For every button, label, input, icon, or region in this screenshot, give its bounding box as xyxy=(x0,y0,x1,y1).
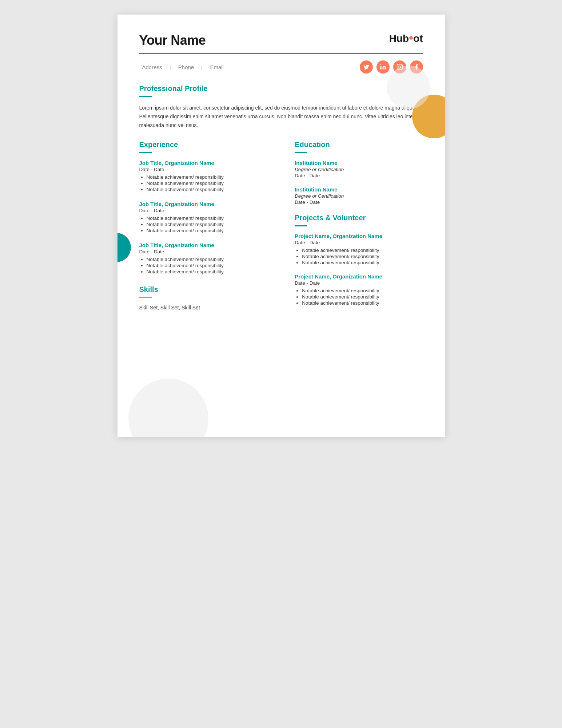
two-column-layout: Experience Job Title, Organization Name … xyxy=(139,141,423,314)
skills-underline xyxy=(139,297,152,298)
logo-dot xyxy=(409,36,413,40)
bullet: Notable achievement/ responsibility xyxy=(302,248,423,253)
left-column: Experience Job Title, Organization Name … xyxy=(139,141,280,314)
right-column: Education Institution Name Degree or Cer… xyxy=(295,141,423,314)
experience-section-title: Experience xyxy=(139,141,280,149)
contact-info: Address | Phone | Email xyxy=(139,64,227,70)
profile-underline xyxy=(139,96,152,97)
bullet: Notable achievement/ responsibility xyxy=(147,263,280,268)
phone-text: Phone xyxy=(178,64,194,70)
edu-institution-1: Institution Name xyxy=(295,160,423,166)
bullet: Notable achievement/ responsibility xyxy=(147,174,280,180)
edu-degree-2: Degree or Certification xyxy=(295,193,423,199)
job-title-1: Job Title, Organization Name xyxy=(139,160,280,166)
education-section-title: Education xyxy=(295,141,423,149)
job-bullets-3: Notable achievement/ responsibility Nota… xyxy=(139,257,280,274)
svg-point-0 xyxy=(380,64,381,66)
email-text: Email xyxy=(210,64,224,70)
job-date-3: Date - Date xyxy=(139,249,280,254)
hubspot-logo: Hubot xyxy=(389,33,423,44)
job-entry-2: Job Title, Organization Name Date - Date… xyxy=(139,201,280,233)
education-underline xyxy=(295,152,307,153)
deco-circle-gray-right xyxy=(387,66,430,109)
svg-point-3 xyxy=(401,65,402,66)
projects-section: Projects & Volunteer Project Name, Organ… xyxy=(295,214,423,306)
bullet: Notable achievement/ responsibility xyxy=(147,215,280,221)
deco-circle-teal xyxy=(117,233,131,262)
skills-section-title: Skills xyxy=(139,285,280,294)
name-title: Your Name xyxy=(139,33,206,48)
project-title-2: Project Name, Organization Name xyxy=(295,273,423,280)
logo-hub: Hub xyxy=(389,33,409,44)
projects-section-title: Projects & Volunteer xyxy=(295,214,423,222)
job-entry-3: Job Title, Organization Name Date - Date… xyxy=(139,242,280,274)
logo-spot: ot xyxy=(413,33,423,44)
deco-circle-gray-bottom xyxy=(128,379,208,437)
edu-degree-1: Degree or Certification xyxy=(295,167,423,172)
job-title-3: Job Title, Organization Name xyxy=(139,242,280,248)
project-bullets-1: Notable achievement/ responsibility Nota… xyxy=(295,248,423,265)
pipe-1: | xyxy=(170,64,171,70)
bullet: Notable achievement/ responsibility xyxy=(147,181,280,186)
skills-section: Skills Skill Set, Skill Set, Skill Set xyxy=(139,285,280,310)
job-date-1: Date - Date xyxy=(139,167,280,172)
twitter-icon[interactable] xyxy=(360,60,373,74)
project-date-2: Date - Date xyxy=(295,280,423,286)
project-entry-1: Project Name, Organization Name Date - D… xyxy=(295,233,423,265)
edu-date-2: Date - Date xyxy=(295,199,423,205)
education-section: Education Institution Name Degree or Cer… xyxy=(295,141,423,205)
skills-text: Skill Set, Skill Set, Skill Set xyxy=(139,305,280,310)
bullet: Notable achievement/ responsibility xyxy=(302,294,423,300)
edu-entry-2: Institution Name Degree or Certification… xyxy=(295,186,423,205)
job-bullets-2: Notable achievement/ responsibility Nota… xyxy=(139,215,280,233)
bullet: Notable achievement/ responsibility xyxy=(302,300,423,306)
contact-row: Address | Phone | Email xyxy=(139,60,423,74)
profile-text: Lorem ipsum dolor sit amet, consectetur … xyxy=(139,104,423,130)
job-bullets-1: Notable achievement/ responsibility Nota… xyxy=(139,174,280,192)
project-title-1: Project Name, Organization Name xyxy=(295,233,423,239)
projects-underline xyxy=(295,225,307,226)
experience-underline xyxy=(139,152,152,153)
bullet: Notable achievement/ responsibility xyxy=(147,269,280,274)
job-date-2: Date - Date xyxy=(139,208,280,213)
project-date-1: Date - Date xyxy=(295,240,423,245)
bullet: Notable achievement/ responsibility xyxy=(302,260,423,265)
edu-date-1: Date - Date xyxy=(295,173,423,178)
bullet: Notable achievement/ responsibility xyxy=(147,257,280,262)
edu-institution-2: Institution Name xyxy=(295,186,423,193)
bullet: Notable achievement/ responsibility xyxy=(147,187,280,192)
project-entry-2: Project Name, Organization Name Date - D… xyxy=(295,273,423,306)
linkedin-icon[interactable] xyxy=(376,60,390,74)
address-text: Address xyxy=(142,64,162,70)
header: Your Name Hubot xyxy=(139,33,423,48)
pipe-2: | xyxy=(201,64,203,70)
bullet: Notable achievement/ responsibility xyxy=(147,228,280,233)
bullet: Notable achievement/ responsibility xyxy=(147,222,280,227)
experience-section: Experience Job Title, Organization Name … xyxy=(139,141,280,274)
profile-section-title: Professional Profile xyxy=(139,84,423,93)
job-entry-1: Job Title, Organization Name Date - Date… xyxy=(139,160,280,192)
bullet: Notable achievement/ responsibility xyxy=(302,254,423,259)
resume-page: Your Name Hubot Address | Phone | Email xyxy=(117,15,445,437)
bullet: Notable achievement/ responsibility xyxy=(302,288,423,293)
profile-section: Professional Profile Lorem ipsum dolor s… xyxy=(139,84,423,130)
header-divider xyxy=(139,53,423,54)
project-bullets-2: Notable achievement/ responsibility Nota… xyxy=(295,288,423,306)
edu-entry-1: Institution Name Degree or Certification… xyxy=(295,160,423,178)
job-title-2: Job Title, Organization Name xyxy=(139,201,280,207)
